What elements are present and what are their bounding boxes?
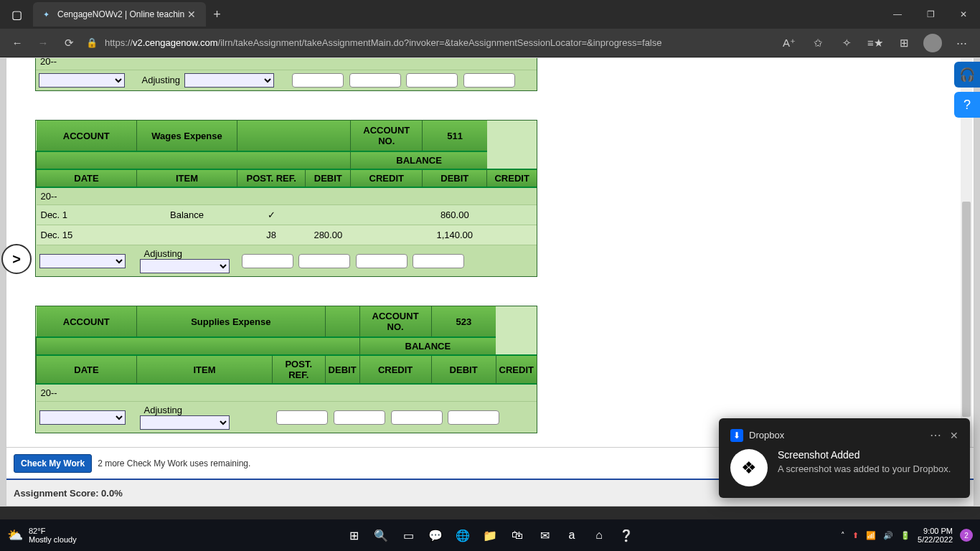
row-postref: ✓	[237, 205, 306, 225]
bal-credit-input[interactable]	[413, 254, 464, 268]
help-icon[interactable]: ?	[954, 92, 980, 118]
bal-debit-input[interactable]	[391, 410, 443, 425]
refresh-button[interactable]: ⟳	[56, 30, 82, 56]
browser-tab[interactable]: ✦ CengageNOWv2 | Online teachin ✕	[33, 2, 206, 27]
home-icon[interactable]: ⌂	[588, 524, 610, 546]
debit-input[interactable]	[276, 410, 328, 425]
row-bal-debit: 1,140.00	[423, 225, 487, 245]
toast-app-name: Dropbox	[749, 430, 930, 441]
dropbox-notification: ⬇ Dropbox ⋯ ✕ ❖ Screenshot Added A scree…	[719, 418, 970, 498]
forward-button[interactable]: →	[30, 30, 56, 56]
battery-icon[interactable]: 🔋	[900, 531, 910, 540]
row-credit	[351, 225, 423, 245]
date-select[interactable]	[39, 73, 125, 88]
col-item: ITEM	[137, 169, 237, 187]
weather-temp: 82°F	[29, 527, 77, 535]
credit-input[interactable]	[349, 73, 401, 88]
support-icon[interactable]: 🎧	[954, 62, 980, 88]
clock[interactable]: 9:00 PM 5/22/2022	[918, 527, 953, 544]
maximize-button[interactable]: ❐	[914, 0, 947, 29]
weather-cond: Mostly cloudy	[29, 535, 77, 544]
favorites-bar-icon[interactable]: ≡★	[861, 30, 890, 56]
account-name: Supplies Expense	[137, 306, 326, 337]
tab-actions-icon[interactable]: ▢	[4, 2, 29, 27]
toast-title: Screenshot Added	[778, 449, 951, 461]
row-debit: 280.00	[306, 225, 351, 245]
bal-credit-input[interactable]	[463, 73, 515, 88]
row-bal-credit	[487, 205, 537, 225]
postref-select[interactable]	[184, 73, 274, 88]
bal-credit-input[interactable]	[448, 410, 499, 425]
search-icon[interactable]: 🔍	[370, 524, 392, 546]
col-debit: DEBIT	[306, 169, 351, 187]
debit-input[interactable]	[242, 254, 293, 268]
favicon-icon: ✦	[40, 9, 52, 20]
lock-icon: 🔒	[86, 37, 98, 48]
account-no-value: 511	[423, 121, 487, 151]
more-icon[interactable]: ⋯	[947, 30, 976, 56]
wifi-icon[interactable]: 📶	[866, 531, 876, 540]
notification-badge[interactable]: 2	[960, 529, 973, 542]
postref-select[interactable]	[140, 259, 230, 273]
new-tab-button[interactable]: +	[206, 7, 228, 22]
edge-icon[interactable]: 🌐	[452, 524, 473, 546]
toast-message: A screenshot was added to your Dropbox.	[778, 463, 951, 476]
file-explorer-icon[interactable]: 📁	[479, 524, 501, 546]
toast-more-icon[interactable]: ⋯	[930, 428, 941, 442]
row-credit	[351, 205, 423, 225]
balance-heading: BALANCE	[359, 337, 496, 355]
url-domain: v2.cengagenow.com	[133, 37, 218, 48]
col-postref: POST. REF.	[272, 355, 325, 384]
date-select[interactable]	[39, 410, 126, 425]
mail-icon[interactable]: ✉	[534, 524, 555, 546]
scrollbar-thumb[interactable]	[962, 202, 971, 417]
clock-time: 9:00 PM	[918, 527, 953, 535]
read-aloud-icon[interactable]: A⁺	[775, 30, 804, 56]
row-bal-debit: 860.00	[423, 205, 487, 225]
adjusting-label: Adjusting	[140, 248, 187, 259]
address-bar[interactable]: 🔒 https://v2.cengagenow.com/ilrn/takeAss…	[82, 37, 775, 48]
account-heading: ACCOUNT	[37, 121, 137, 151]
weather-widget[interactable]: ⛅ 82°F Mostly cloudy	[0, 527, 84, 544]
credit-input[interactable]	[298, 254, 350, 268]
debit-input[interactable]	[292, 73, 344, 88]
tray-chevron-icon[interactable]: ˄	[841, 531, 845, 540]
volume-icon[interactable]: 🔊	[883, 531, 893, 540]
help-tips-icon[interactable]: ❔	[616, 524, 637, 546]
assignment-score-label: Assignment Score: 0.0%	[14, 488, 123, 499]
task-view-icon[interactable]: ▭	[397, 524, 419, 546]
tab-close-icon[interactable]: ✕	[184, 9, 199, 20]
check-my-work-button[interactable]: Check My Work	[14, 454, 92, 473]
col-debit: DEBIT	[325, 355, 359, 384]
dropbox-logo-icon: ❖	[730, 449, 768, 486]
row-date: Dec. 15	[37, 225, 137, 245]
collections-icon[interactable]: ⊞	[890, 30, 918, 56]
amazon-icon[interactable]: a	[561, 524, 583, 546]
postref-select[interactable]	[140, 415, 230, 430]
chat-icon[interactable]: 💬	[425, 524, 446, 546]
bal-debit-input[interactable]	[356, 254, 407, 268]
store-icon[interactable]: 🛍	[507, 524, 528, 546]
date-select[interactable]	[39, 254, 126, 268]
favorite-icon[interactable]: ✩	[804, 30, 832, 56]
row-postref: J8	[237, 225, 306, 245]
row-debit	[306, 205, 351, 225]
adjusting-label: Adjusting	[140, 405, 187, 415]
close-window-button[interactable]: ✕	[947, 0, 980, 29]
bal-debit-input[interactable]	[406, 73, 458, 88]
account-name: Wages Expense	[137, 121, 237, 151]
toast-close-icon[interactable]: ✕	[950, 430, 958, 441]
back-button[interactable]: ←	[4, 30, 30, 56]
col-bal-credit: CREDIT	[487, 169, 537, 187]
profile-avatar[interactable]	[918, 30, 947, 56]
col-bal-debit: DEBIT	[423, 169, 487, 187]
start-button[interactable]: ⊞	[343, 524, 364, 546]
expand-sidebar-button[interactable]: >	[1, 244, 32, 274]
extensions-icon[interactable]: ✧	[832, 30, 861, 56]
credit-input[interactable]	[334, 410, 385, 425]
account-no-heading: ACCOUNT NO.	[351, 121, 423, 151]
col-bal-debit: DEBIT	[431, 355, 496, 384]
minimize-button[interactable]: —	[881, 0, 914, 29]
balance-heading: BALANCE	[351, 151, 487, 169]
onedrive-icon[interactable]: ⬆	[852, 531, 859, 540]
